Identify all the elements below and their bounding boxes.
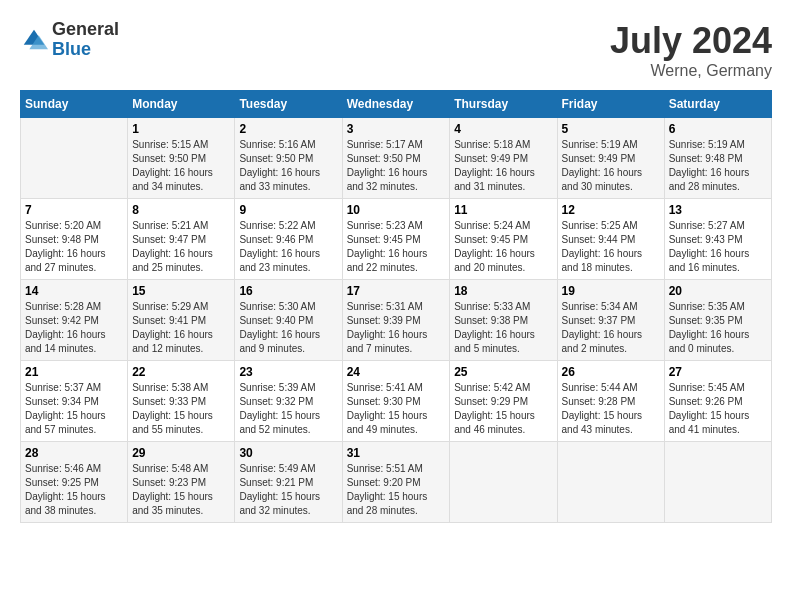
day-number: 26	[562, 365, 660, 379]
day-number: 31	[347, 446, 446, 460]
day-info: Sunrise: 5:15 AMSunset: 9:50 PMDaylight:…	[132, 138, 230, 194]
day-number: 29	[132, 446, 230, 460]
location-text: Werne, Germany	[610, 62, 772, 80]
logo-blue-text: Blue	[52, 40, 119, 60]
calendar-week-row: 28 Sunrise: 5:46 AMSunset: 9:25 PMDaylig…	[21, 442, 772, 523]
calendar-cell: 10 Sunrise: 5:23 AMSunset: 9:45 PMDaylig…	[342, 199, 450, 280]
day-number: 10	[347, 203, 446, 217]
calendar-cell: 13 Sunrise: 5:27 AMSunset: 9:43 PMDaylig…	[664, 199, 771, 280]
day-number: 22	[132, 365, 230, 379]
day-info: Sunrise: 5:23 AMSunset: 9:45 PMDaylight:…	[347, 219, 446, 275]
day-info: Sunrise: 5:25 AMSunset: 9:44 PMDaylight:…	[562, 219, 660, 275]
day-info: Sunrise: 5:44 AMSunset: 9:28 PMDaylight:…	[562, 381, 660, 437]
day-info: Sunrise: 5:30 AMSunset: 9:40 PMDaylight:…	[239, 300, 337, 356]
day-number: 1	[132, 122, 230, 136]
day-number: 6	[669, 122, 767, 136]
day-number: 2	[239, 122, 337, 136]
day-info: Sunrise: 5:17 AMSunset: 9:50 PMDaylight:…	[347, 138, 446, 194]
day-number: 23	[239, 365, 337, 379]
calendar-cell: 9 Sunrise: 5:22 AMSunset: 9:46 PMDayligh…	[235, 199, 342, 280]
col-friday: Friday	[557, 91, 664, 118]
day-number: 13	[669, 203, 767, 217]
calendar-cell: 25 Sunrise: 5:42 AMSunset: 9:29 PMDaylig…	[450, 361, 557, 442]
calendar-cell: 29 Sunrise: 5:48 AMSunset: 9:23 PMDaylig…	[128, 442, 235, 523]
day-info: Sunrise: 5:20 AMSunset: 9:48 PMDaylight:…	[25, 219, 123, 275]
col-wednesday: Wednesday	[342, 91, 450, 118]
col-sunday: Sunday	[21, 91, 128, 118]
calendar-cell: 8 Sunrise: 5:21 AMSunset: 9:47 PMDayligh…	[128, 199, 235, 280]
day-number: 5	[562, 122, 660, 136]
title-block: July 2024 Werne, Germany	[610, 20, 772, 80]
day-number: 19	[562, 284, 660, 298]
logo-text: General Blue	[52, 20, 119, 60]
calendar-cell	[21, 118, 128, 199]
day-number: 3	[347, 122, 446, 136]
col-saturday: Saturday	[664, 91, 771, 118]
calendar-cell: 22 Sunrise: 5:38 AMSunset: 9:33 PMDaylig…	[128, 361, 235, 442]
day-number: 24	[347, 365, 446, 379]
calendar-cell: 26 Sunrise: 5:44 AMSunset: 9:28 PMDaylig…	[557, 361, 664, 442]
day-info: Sunrise: 5:29 AMSunset: 9:41 PMDaylight:…	[132, 300, 230, 356]
day-info: Sunrise: 5:45 AMSunset: 9:26 PMDaylight:…	[669, 381, 767, 437]
day-number: 8	[132, 203, 230, 217]
logo: General Blue	[20, 20, 119, 60]
calendar-cell: 24 Sunrise: 5:41 AMSunset: 9:30 PMDaylig…	[342, 361, 450, 442]
calendar-week-row: 1 Sunrise: 5:15 AMSunset: 9:50 PMDayligh…	[21, 118, 772, 199]
calendar-cell: 11 Sunrise: 5:24 AMSunset: 9:45 PMDaylig…	[450, 199, 557, 280]
day-number: 4	[454, 122, 552, 136]
day-info: Sunrise: 5:49 AMSunset: 9:21 PMDaylight:…	[239, 462, 337, 518]
calendar-cell: 16 Sunrise: 5:30 AMSunset: 9:40 PMDaylig…	[235, 280, 342, 361]
day-number: 15	[132, 284, 230, 298]
calendar-cell	[664, 442, 771, 523]
day-number: 17	[347, 284, 446, 298]
calendar-cell: 6 Sunrise: 5:19 AMSunset: 9:48 PMDayligh…	[664, 118, 771, 199]
month-title: July 2024	[610, 20, 772, 62]
calendar-cell: 7 Sunrise: 5:20 AMSunset: 9:48 PMDayligh…	[21, 199, 128, 280]
calendar-cell: 20 Sunrise: 5:35 AMSunset: 9:35 PMDaylig…	[664, 280, 771, 361]
calendar-week-row: 14 Sunrise: 5:28 AMSunset: 9:42 PMDaylig…	[21, 280, 772, 361]
day-info: Sunrise: 5:37 AMSunset: 9:34 PMDaylight:…	[25, 381, 123, 437]
page-header: General Blue July 2024 Werne, Germany	[20, 20, 772, 80]
day-info: Sunrise: 5:19 AMSunset: 9:48 PMDaylight:…	[669, 138, 767, 194]
day-info: Sunrise: 5:27 AMSunset: 9:43 PMDaylight:…	[669, 219, 767, 275]
calendar-cell: 18 Sunrise: 5:33 AMSunset: 9:38 PMDaylig…	[450, 280, 557, 361]
calendar-cell: 21 Sunrise: 5:37 AMSunset: 9:34 PMDaylig…	[21, 361, 128, 442]
day-info: Sunrise: 5:38 AMSunset: 9:33 PMDaylight:…	[132, 381, 230, 437]
calendar-header: Sunday Monday Tuesday Wednesday Thursday…	[21, 91, 772, 118]
day-number: 28	[25, 446, 123, 460]
col-monday: Monday	[128, 91, 235, 118]
calendar-cell: 30 Sunrise: 5:49 AMSunset: 9:21 PMDaylig…	[235, 442, 342, 523]
calendar-body: 1 Sunrise: 5:15 AMSunset: 9:50 PMDayligh…	[21, 118, 772, 523]
calendar-cell	[557, 442, 664, 523]
day-number: 21	[25, 365, 123, 379]
col-tuesday: Tuesday	[235, 91, 342, 118]
calendar-cell: 15 Sunrise: 5:29 AMSunset: 9:41 PMDaylig…	[128, 280, 235, 361]
day-info: Sunrise: 5:39 AMSunset: 9:32 PMDaylight:…	[239, 381, 337, 437]
day-info: Sunrise: 5:48 AMSunset: 9:23 PMDaylight:…	[132, 462, 230, 518]
calendar-cell	[450, 442, 557, 523]
day-number: 27	[669, 365, 767, 379]
day-info: Sunrise: 5:42 AMSunset: 9:29 PMDaylight:…	[454, 381, 552, 437]
day-number: 14	[25, 284, 123, 298]
day-number: 7	[25, 203, 123, 217]
day-number: 12	[562, 203, 660, 217]
calendar-week-row: 7 Sunrise: 5:20 AMSunset: 9:48 PMDayligh…	[21, 199, 772, 280]
day-info: Sunrise: 5:35 AMSunset: 9:35 PMDaylight:…	[669, 300, 767, 356]
day-info: Sunrise: 5:24 AMSunset: 9:45 PMDaylight:…	[454, 219, 552, 275]
calendar-cell: 1 Sunrise: 5:15 AMSunset: 9:50 PMDayligh…	[128, 118, 235, 199]
calendar-cell: 2 Sunrise: 5:16 AMSunset: 9:50 PMDayligh…	[235, 118, 342, 199]
day-number: 30	[239, 446, 337, 460]
day-info: Sunrise: 5:21 AMSunset: 9:47 PMDaylight:…	[132, 219, 230, 275]
day-number: 16	[239, 284, 337, 298]
calendar-cell: 3 Sunrise: 5:17 AMSunset: 9:50 PMDayligh…	[342, 118, 450, 199]
day-info: Sunrise: 5:46 AMSunset: 9:25 PMDaylight:…	[25, 462, 123, 518]
col-thursday: Thursday	[450, 91, 557, 118]
calendar-table: Sunday Monday Tuesday Wednesday Thursday…	[20, 90, 772, 523]
calendar-cell: 5 Sunrise: 5:19 AMSunset: 9:49 PMDayligh…	[557, 118, 664, 199]
calendar-week-row: 21 Sunrise: 5:37 AMSunset: 9:34 PMDaylig…	[21, 361, 772, 442]
calendar-cell: 31 Sunrise: 5:51 AMSunset: 9:20 PMDaylig…	[342, 442, 450, 523]
logo-general-text: General	[52, 20, 119, 40]
calendar-cell: 12 Sunrise: 5:25 AMSunset: 9:44 PMDaylig…	[557, 199, 664, 280]
header-row: Sunday Monday Tuesday Wednesday Thursday…	[21, 91, 772, 118]
calendar-cell: 14 Sunrise: 5:28 AMSunset: 9:42 PMDaylig…	[21, 280, 128, 361]
